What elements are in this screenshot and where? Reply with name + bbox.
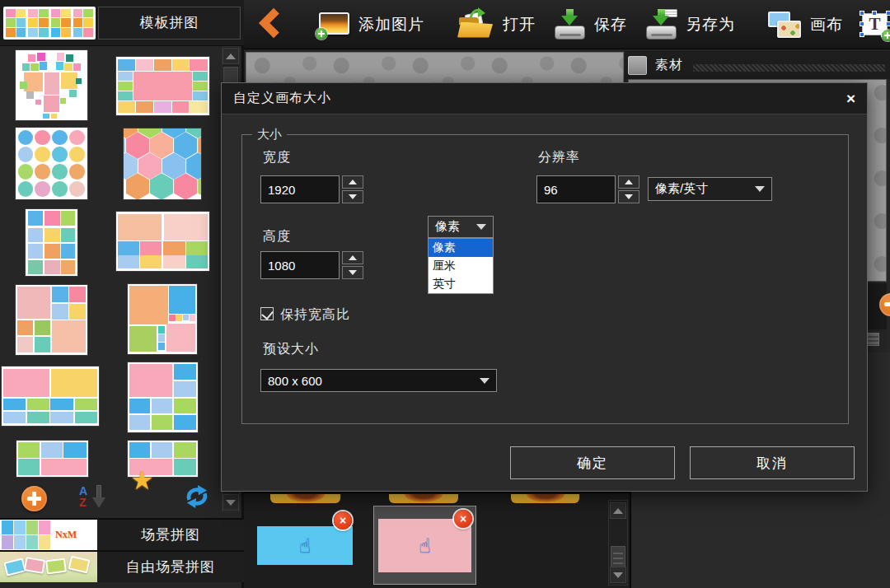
- template-thumbnail[interactable]: [128, 362, 198, 432]
- sort-az-button[interactable]: A Z: [79, 485, 109, 511]
- collapse-panel-button[interactable]: [879, 293, 890, 316]
- tab-scene-collage-label: 场景拼图: [97, 520, 244, 550]
- sidebar-bottom-tabs: NxM 场景拼图 自由场景拼图: [0, 518, 244, 582]
- height-label: 高度: [263, 228, 291, 245]
- resolution-input[interactable]: [536, 175, 616, 203]
- close-icon[interactable]: ×: [846, 91, 855, 106]
- template-list: [0, 47, 221, 482]
- template-collage-icon: [3, 7, 96, 40]
- width-spin-down-button[interactable]: [342, 190, 363, 203]
- collage-app-window: 模板拼图 A Z ★: [0, 0, 890, 588]
- page-thumbnail-partial[interactable]: [270, 494, 340, 503]
- canvas-area[interactable]: [246, 52, 624, 83]
- mini-template-icon: [28, 9, 48, 37]
- materials-hatch-divider: [693, 64, 885, 72]
- width-label: 宽度: [263, 149, 291, 166]
- materials-icon: [628, 56, 647, 75]
- height-input[interactable]: [260, 251, 340, 279]
- keep-aspect-ratio-checkbox[interactable]: [260, 307, 274, 320]
- nxm-label: NxM: [55, 529, 77, 541]
- scroll-up-button[interactable]: [222, 48, 239, 64]
- scroll-up-button[interactable]: [610, 502, 626, 519]
- width-input[interactable]: [260, 175, 340, 203]
- template-thumbnail[interactable]: [26, 209, 77, 276]
- chevron-down-icon: [755, 186, 765, 192]
- text-icon: T: [860, 11, 890, 39]
- width-spin-up-button[interactable]: [342, 175, 363, 189]
- template-thumbnail[interactable]: [128, 284, 197, 354]
- tab-template-collage[interactable]: 模板拼图: [98, 7, 241, 40]
- page-thumbnail-partial[interactable]: [511, 494, 579, 503]
- ok-button[interactable]: 确定: [510, 446, 675, 479]
- tab-scene-collage[interactable]: NxM 场景拼图: [0, 518, 244, 550]
- resolution-spin-down-button[interactable]: [618, 190, 639, 203]
- add-image-button[interactable]: 添加图片: [308, 12, 433, 38]
- page-thumbnail-blue[interactable]: ☝: [257, 526, 353, 565]
- close-thumbnail-button[interactable]: ×: [334, 511, 352, 530]
- template-thumbnail[interactable]: [16, 285, 87, 355]
- text-button[interactable]: T 文本: [851, 11, 890, 39]
- template-thumbnail[interactable]: [116, 57, 209, 115]
- save-as-icon: [644, 9, 678, 40]
- add-template-button[interactable]: [21, 486, 47, 511]
- close-thumbnail-button[interactable]: ×: [454, 510, 472, 528]
- resolution-spin-up-button[interactable]: [618, 175, 639, 189]
- template-thumbnail[interactable]: [16, 128, 87, 199]
- dialog-titlebar[interactable]: 自定义画布大小 ×: [222, 83, 867, 114]
- page-thumbnail-pink[interactable]: ☝: [378, 519, 471, 572]
- canvas-icon: [768, 10, 803, 40]
- scrollbar-thumb[interactable]: [611, 546, 625, 567]
- template-thumbnail[interactable]: [124, 128, 201, 199]
- unit-select[interactable]: 像素: [428, 216, 494, 238]
- scroll-down-button[interactable]: [222, 494, 239, 511]
- unit-select-value: 像素: [435, 219, 460, 235]
- resolution-unit-select[interactable]: 像素/英寸: [648, 177, 772, 201]
- favorites-star-button[interactable]: ★: [130, 464, 154, 496]
- page-thumbnail-partial[interactable]: [389, 494, 458, 503]
- refresh-button[interactable]: [185, 484, 209, 512]
- chevron-down-icon: [476, 224, 486, 230]
- refresh-icon: [185, 484, 209, 509]
- tab-free-scene-collage[interactable]: 自由场景拼图: [0, 550, 244, 582]
- cancel-button[interactable]: 取消: [690, 446, 855, 479]
- unit-option[interactable]: 像素: [429, 239, 493, 257]
- height-spin-up-button[interactable]: [342, 251, 363, 264]
- toolbar: 添加图片 打开 保存 另存为 画布 T: [244, 0, 890, 49]
- hand-cursor-icon: ☝: [419, 534, 431, 558]
- tab-free-scene-collage-label: 自由场景拼图: [97, 552, 244, 582]
- back-chevron-icon: [257, 7, 282, 39]
- add-image-label: 添加图片: [358, 14, 424, 35]
- save-icon: [552, 9, 587, 40]
- back-button[interactable]: [244, 7, 292, 42]
- template-thumbnail[interactable]: [2, 366, 99, 426]
- save-as-label: 另存为: [686, 14, 735, 35]
- template-thumbnail[interactable]: [16, 50, 87, 120]
- free-scene-collage-icon: [0, 552, 97, 582]
- triangle-down-icon: [226, 500, 236, 506]
- mini-template-icon: [51, 9, 71, 37]
- hand-cursor-icon: ☝: [299, 534, 312, 558]
- template-thumbnail[interactable]: [116, 212, 209, 271]
- height-spinner: [342, 251, 363, 279]
- save-button[interactable]: 保存: [544, 9, 635, 40]
- open-button[interactable]: 打开: [449, 10, 544, 40]
- save-as-button[interactable]: 另存为: [635, 9, 743, 40]
- save-label: 保存: [594, 14, 627, 35]
- dialog-title: 自定义画布大小: [233, 90, 331, 107]
- resolution-unit-value: 像素/英寸: [655, 181, 708, 197]
- canvas-button[interactable]: 画布: [760, 10, 851, 40]
- preset-size-select[interactable]: 800 x 600: [260, 369, 497, 392]
- sidebar: 模板拼图 A Z ★: [0, 0, 244, 588]
- template-thumbnail[interactable]: [16, 441, 88, 477]
- height-spin-down-button[interactable]: [342, 266, 363, 279]
- keep-aspect-ratio-label: 保持宽高比: [280, 306, 350, 324]
- unit-option[interactable]: 厘米: [429, 257, 493, 275]
- unit-option[interactable]: 英寸: [429, 275, 493, 293]
- materials-header: 素材: [625, 51, 890, 79]
- scene-collage-icon: NxM: [0, 520, 97, 550]
- thumbnails-scrollbar[interactable]: [608, 500, 628, 586]
- open-label: 打开: [503, 14, 536, 35]
- open-folder-icon: [457, 10, 495, 40]
- scroll-down-button[interactable]: [610, 567, 626, 583]
- add-image-icon: [316, 12, 351, 38]
